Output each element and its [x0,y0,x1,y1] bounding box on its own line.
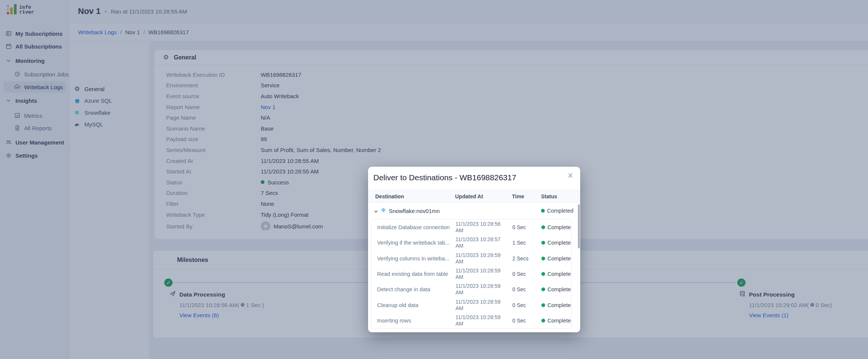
status-dot-completed [541,225,545,229]
step-row: Verifying if the writeback tab... 11/1/2… [371,235,571,250]
destination-group-row[interactable]: ❄ Snowflake:nov01mn Completed [368,204,580,218]
status-text: Completed [547,208,573,214]
snowflake-icon: ❄ [381,207,386,213]
column-header-updated-at: Updated At [455,193,483,199]
modal-table-header: Destination Updated At Time Status [368,190,580,202]
close-icon[interactable]: × [564,169,577,182]
status-dot-completed [541,241,545,245]
destination-steps-card: Initialize Database connection 11/1/2023… [371,219,572,329]
step-row: Initialize Database connection 11/1/2023… [371,219,571,235]
modal-title: Deliver to Destinations - WB1698826317 [373,173,516,182]
step-row: Cleanup old data 11/1/2023 10:28:59 AM 0… [371,297,571,313]
step-row: Detect change in data 11/1/2023 10:28:59… [371,282,571,297]
status-dot-completed [541,257,545,260]
status-dot-completed [541,319,545,322]
modal-scrollbar-thumb[interactable] [578,204,580,248]
column-header-time: Time [512,193,524,199]
step-row: Verifying columns in writeba... 11/1/202… [371,251,571,266]
status-dot-completed [541,272,545,276]
deliver-to-destinations-modal: Deliver to Destinations - WB1698826317 ×… [368,167,580,332]
step-row: Read existing data from table 11/1/2023 … [371,266,571,281]
step-row: Inserting rows 11/1/2023 10:28:59 AM 0 S… [371,313,571,329]
column-header-destination: Destination [375,193,404,199]
app-root: info river My Subscriptions All Subscrip… [0,0,868,359]
status-dot-completed [541,209,545,213]
chevron-down-icon [374,208,378,215]
column-header-status: Status [541,193,557,199]
status-dot-completed [541,288,545,291]
destination-name: Snowflake:nov01mn [389,208,440,214]
status-dot-completed [541,303,545,307]
